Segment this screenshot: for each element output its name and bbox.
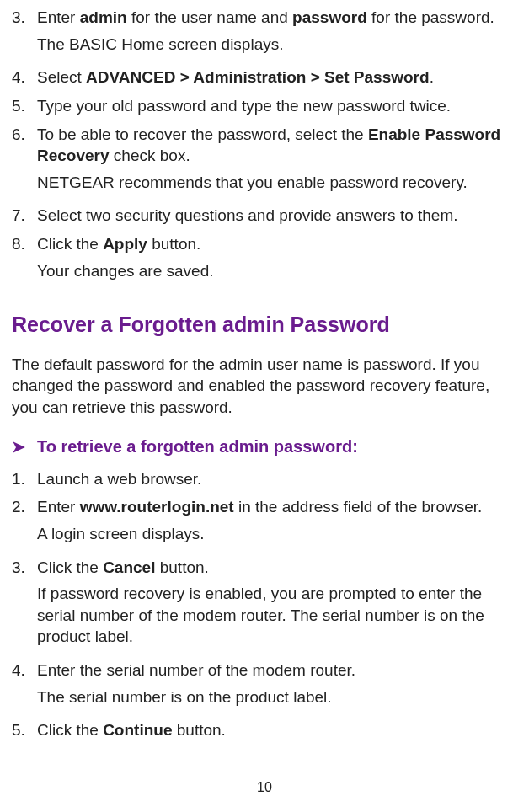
list-item: 4.Enter the serial number of the modem r… (12, 660, 514, 713)
text: for the password. (367, 8, 494, 26)
list-item-body: Select two security questions and provid… (37, 205, 514, 227)
text: . (430, 68, 434, 86)
list-item-sub: Your changes are saved. (37, 260, 514, 282)
text: button. (172, 721, 225, 739)
list-item-text: To be able to recover the password, sele… (37, 124, 514, 167)
list-item: 3.Click the Cancel button.If password re… (12, 557, 514, 654)
list-item: 4.Select ADVANCED > Administration > Set… (12, 67, 514, 88)
text: button. (147, 235, 200, 253)
task-title: To retrieve a forgotten admin password: (37, 437, 358, 457)
list-item-sub: A login screen displays. (37, 523, 514, 545)
page-number: 10 (0, 780, 529, 795)
list-item-number: 3. (12, 7, 37, 60)
document-content: 3.Enter admin for the user name and pass… (12, 7, 517, 748)
list-item-body: Type your old password and type the new … (37, 95, 514, 117)
list-item-number: 7. (12, 205, 37, 227)
list-item-number: 2. (12, 496, 37, 549)
ordered-list-a: 3.Enter admin for the user name and pass… (12, 7, 514, 293)
bold-text: Continue (103, 721, 172, 739)
text: for the user name and (127, 8, 292, 26)
text: Click the (37, 721, 103, 739)
text: Type your old password and type the new … (37, 97, 451, 115)
list-item-number: 5. (12, 95, 37, 117)
text: Enter the serial number of the modem rou… (37, 661, 355, 679)
list-item-text: Select ADVANCED > Administration > Set P… (37, 67, 514, 88)
list-item-text: Click the Continue button. (37, 719, 514, 741)
list-item: 7.Select two security questions and prov… (12, 205, 514, 227)
list-item-text: Enter the serial number of the modem rou… (37, 660, 514, 681)
list-item-body: Click the Continue button. (37, 719, 514, 741)
list-item-body: Enter www.routerlogin.net in the address… (37, 496, 514, 549)
text: in the address field of the browser. (234, 498, 483, 516)
list-item-number: 3. (12, 557, 37, 654)
bold-text: ADVANCED > Administration > Set Password (86, 68, 430, 86)
list-item: 5.Click the Continue button. (12, 719, 514, 741)
list-item-body: Enter admin for the user name and passwo… (37, 7, 514, 60)
bold-text: admin (80, 8, 127, 26)
list-item: 1.Launch a web browser. (12, 468, 514, 490)
list-item-text: Select two security questions and provid… (37, 205, 514, 227)
list-item-text: Type your old password and type the new … (37, 95, 514, 117)
list-item-text: Launch a web browser. (37, 468, 514, 490)
list-item: 2.Enter www.routerlogin.net in the addre… (12, 496, 514, 549)
list-item-text: Click the Apply button. (37, 233, 514, 255)
list-item-text: Enter www.routerlogin.net in the address… (37, 496, 514, 518)
text: Enter (37, 8, 80, 26)
bold-text: Apply (103, 235, 147, 253)
list-item-number: 6. (12, 124, 37, 199)
list-item-body: Click the Apply button.Your changes are … (37, 233, 514, 286)
ordered-list-b: 1.Launch a web browser.2.Enter www.route… (12, 468, 514, 748)
text: Enter (37, 498, 80, 516)
list-item-body: Enter the serial number of the modem rou… (37, 660, 514, 713)
list-item-sub: If password recovery is enabled, you are… (37, 583, 514, 648)
list-item-body: Select ADVANCED > Administration > Set P… (37, 67, 514, 88)
section-heading: Recover a Forgotten admin Password (12, 312, 514, 338)
text: Click the (37, 558, 103, 576)
list-item-text: Enter admin for the user name and passwo… (37, 7, 514, 29)
list-item-sub: The serial number is on the product labe… (37, 686, 514, 708)
list-item-sub: The BASIC Home screen displays. (37, 34, 514, 56)
list-item: 6.To be able to recover the password, se… (12, 124, 514, 199)
list-item-number: 1. (12, 468, 37, 490)
text: Click the (37, 235, 103, 253)
list-item: 8.Click the Apply button.Your changes ar… (12, 233, 514, 286)
list-item-body: To be able to recover the password, sele… (37, 124, 514, 199)
list-item-number: 4. (12, 67, 37, 88)
text: button. (155, 558, 208, 576)
text: Select (37, 68, 86, 86)
list-item-body: Click the Cancel button.If password reco… (37, 557, 514, 654)
intro-paragraph: The default password for the admin user … (12, 354, 514, 419)
text: To be able to recover the password, sele… (37, 126, 368, 143)
list-item-number: 8. (12, 233, 37, 286)
text: Select two security questions and provid… (37, 206, 458, 224)
list-item-sub: NETGEAR recommends that you enable passw… (37, 172, 514, 194)
list-item: 3.Enter admin for the user name and pass… (12, 7, 514, 60)
list-item-number: 4. (12, 660, 37, 713)
bold-text: www.routerlogin.net (80, 498, 234, 516)
task-arrow-icon: ➤ (12, 437, 37, 457)
text: Launch a web browser. (37, 470, 201, 488)
list-item-text: Click the Cancel button. (37, 557, 514, 579)
list-item-body: Launch a web browser. (37, 468, 514, 490)
bold-text: password (292, 8, 367, 26)
list-item: 5.Type your old password and type the ne… (12, 95, 514, 117)
text: check box. (110, 147, 190, 164)
list-item-number: 5. (12, 719, 37, 741)
task-heading: ➤ To retrieve a forgotten admin password… (12, 437, 514, 457)
bold-text: Cancel (103, 558, 155, 576)
